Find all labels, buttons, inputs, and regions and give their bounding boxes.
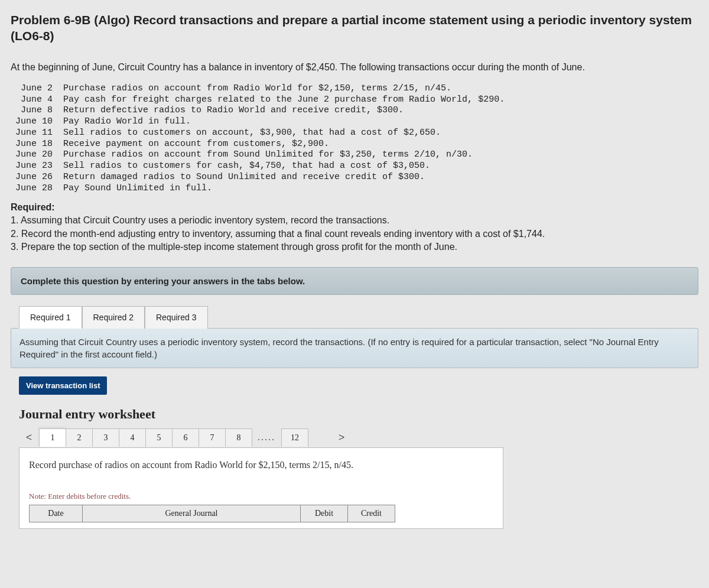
intro-text: At the beginning of June, Circuit Countr… bbox=[11, 61, 698, 74]
worksheet-next-icon[interactable]: > bbox=[331, 428, 352, 447]
worksheet-prompt: Record purchase of radios on account fro… bbox=[29, 459, 493, 472]
col-credit: Credit bbox=[348, 505, 395, 522]
table-header-row: Date General Journal Debit Credit bbox=[30, 505, 395, 522]
worksheet-title: Journal entry worksheet bbox=[19, 407, 690, 422]
tab-required-1[interactable]: Required 1 bbox=[19, 306, 82, 329]
col-general-journal: General Journal bbox=[83, 505, 301, 522]
transaction-list: June 2 Purchase radios on account from R… bbox=[11, 83, 698, 194]
worksheet-tab-4[interactable]: 4 bbox=[119, 428, 146, 447]
worksheet-nav: < 1 2 3 4 5 6 7 8 ..... 12 > bbox=[19, 428, 690, 447]
worksheet-tab-1[interactable]: 1 bbox=[39, 428, 66, 447]
worksheet-tab-5[interactable]: 5 bbox=[145, 428, 173, 447]
worksheet-body: Record purchase of radios on account fro… bbox=[19, 447, 503, 529]
requirements-list: 1. Assuming that Circuit Country uses a … bbox=[11, 214, 698, 254]
worksheet-tab-8[interactable]: 8 bbox=[225, 428, 252, 447]
instruction-bar: Complete this question by entering your … bbox=[11, 267, 698, 295]
journal-entry-worksheet: Journal entry worksheet < 1 2 3 4 5 6 7 … bbox=[19, 407, 690, 529]
col-debit: Debit bbox=[301, 505, 348, 522]
worksheet-tab-3[interactable]: 3 bbox=[92, 428, 119, 447]
view-transaction-list-button[interactable]: View transaction list bbox=[19, 376, 107, 395]
worksheet-tab-ellipsis: ..... bbox=[252, 432, 281, 443]
col-date: Date bbox=[30, 505, 83, 522]
requirement-3: 3. Prepare the top section of the multip… bbox=[11, 241, 698, 254]
worksheet-tab-12[interactable]: 12 bbox=[281, 428, 308, 447]
required-heading: Required: bbox=[11, 202, 698, 213]
worksheet-note: Note: Enter debits before credits. bbox=[29, 492, 493, 501]
requirement-tabs: Required 1 Required 2 Required 3 bbox=[19, 306, 698, 328]
requirement-1: 1. Assuming that Circuit Country uses a … bbox=[11, 214, 698, 227]
problem-title: Problem 6-9B (Algo) Record transactions … bbox=[11, 12, 698, 44]
worksheet-tab-7[interactable]: 7 bbox=[199, 428, 226, 447]
tab-panel-instructions: Assuming that Circuit Country uses a per… bbox=[11, 328, 698, 368]
worksheet-prev-icon[interactable]: < bbox=[19, 428, 39, 447]
requirement-2: 2. Record the month-end adjusting entry … bbox=[11, 228, 698, 241]
journal-entry-table: Date General Journal Debit Credit bbox=[29, 505, 395, 522]
worksheet-tab-2[interactable]: 2 bbox=[66, 428, 93, 447]
tab-required-3[interactable]: Required 3 bbox=[145, 306, 208, 329]
worksheet-tab-6[interactable]: 6 bbox=[172, 428, 199, 447]
tab-required-2[interactable]: Required 2 bbox=[82, 306, 145, 329]
